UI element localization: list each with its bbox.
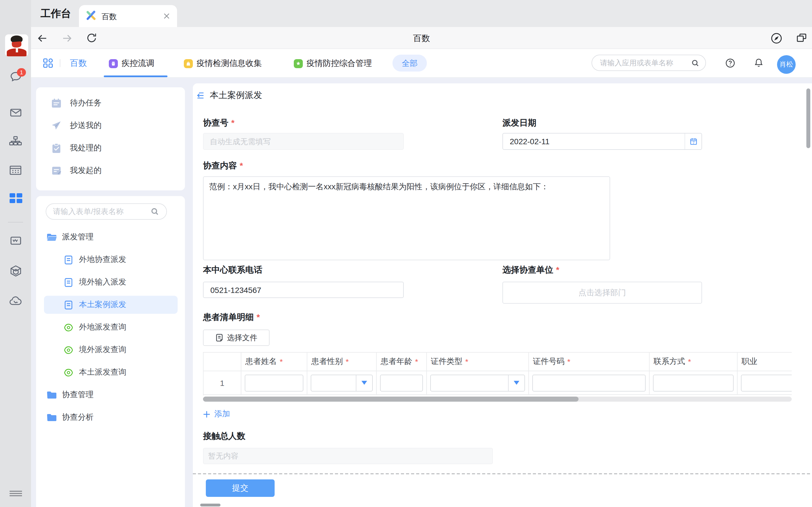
forward-icon[interactable] [61,33,73,44]
hscroll-thumb[interactable] [203,397,578,402]
field-label-unit: 选择协查单位 [502,265,559,276]
tree-item-bentu-anli[interactable]: 本土案例派发 [36,293,185,316]
tree-label: 境外输入派发 [79,277,126,287]
back-to-list-icon[interactable] [196,91,205,100]
view-icon [63,322,74,333]
tree-label: 派发管理 [62,232,94,242]
patients-table: 患者姓名* 患者性别* 患者年龄* 证件类型* 证件号码* 联系方式* 职业 1 [203,352,792,395]
org-chart-icon[interactable] [0,135,31,149]
tab-close-icon[interactable] [163,12,170,20]
compass-icon[interactable] [770,32,783,45]
folder-open-icon [46,232,57,242]
date-field[interactable]: 2022-02-11 7 [502,133,702,150]
nav-home-baishu[interactable]: 百数 [70,49,87,78]
doc-edit-icon [51,165,62,176]
tree-item-jingwai-chaxun[interactable]: 境外派发查询 [36,339,185,361]
table-row: 1 [204,371,792,395]
help-icon[interactable] [725,58,735,68]
left-rail: 1 [0,0,31,507]
xiechahao-field[interactable] [203,133,404,150]
date-value: 2022-02-11 [510,137,550,146]
nav-tab-all[interactable]: 全部 [393,55,427,71]
tree-item-waidi-xiecha[interactable]: 外地协查派发 [36,248,185,271]
mail-icon[interactable] [0,106,31,119]
view-icon [63,344,74,355]
browser-navrow: 百数 [31,27,812,49]
add-row-button[interactable]: 添加 [203,409,230,419]
age-input[interactable] [380,374,423,391]
choose-file-button[interactable]: 选择文件 [203,330,269,346]
tree-item-waidi-chaxun[interactable]: 外地派发查询 [36,316,185,339]
app-search[interactable] [592,55,706,71]
calendar-icon: 7 [689,137,697,145]
cloud-call-icon[interactable] [0,294,31,308]
sidebar-quick-card: 待办任务 抄送我的 我处理的 我发起的 [36,87,185,190]
sidebar-item-cc[interactable]: 抄送我的 [36,114,185,137]
content-textarea[interactable]: 范例：x月xx日，我中心检测一名xxx新冠病毒核酸结果为阳性，该病例位于你区，详… [203,176,610,260]
unit-select[interactable]: 点击选择部门 [502,282,702,304]
dropdown-segment[interactable] [356,375,372,391]
tree-folder-xiecha-mgmt[interactable]: 协查管理 [36,384,185,406]
xiechahao-input[interactable] [204,133,403,149]
tree-folder-xiecha-fenxi[interactable]: 协查分析 [36,406,185,429]
plus-icon [203,410,210,418]
phone-field[interactable]: 0521-1234567 [203,282,404,298]
fangkong-app-icon [294,59,303,68]
paper-plane-icon [51,120,62,131]
chat-badge: 1 [17,68,26,76]
workbench-icon[interactable] [0,191,31,205]
menu-icon[interactable] [0,487,31,500]
tree-label: 外地协查派发 [79,255,126,265]
user-badge[interactable]: 肖松 [777,55,796,74]
tree-item-jingwai-shuru[interactable]: 境外输入派发 [36,271,185,293]
nav-tab-fangkong[interactable]: 疫情防控综合管理 [294,49,372,78]
sidebar-item-handled[interactable]: 我处理的 [36,137,185,159]
page-hscroll-thumb[interactable] [200,504,220,506]
tree-label: 本土案例派发 [79,300,126,310]
total-input[interactable] [204,448,492,464]
calendar-segment[interactable]: 7 [684,133,702,149]
page-title: 百数 [31,27,812,49]
calendar-grid-icon[interactable] [0,163,31,177]
app-search-input[interactable] [600,55,684,70]
total-field[interactable] [203,448,493,464]
nav-tab-label: 疫情检测信息收集 [197,58,262,69]
idnum-input[interactable] [532,374,646,391]
dropdown-arrow-icon [361,381,367,385]
tree-item-bentu-chaxun[interactable]: 本土派发查询 [36,361,185,384]
box-icon[interactable] [0,264,31,278]
back-icon[interactable] [37,33,48,44]
user-avatar[interactable] [5,34,28,56]
form-search[interactable] [46,203,167,220]
reload-icon[interactable] [86,32,98,44]
bell-icon[interactable] [753,57,764,68]
nav-divider [60,59,60,67]
col-contact: 联系方式 [654,356,685,367]
table-hscrollbar[interactable] [203,397,792,402]
view-icon [63,367,74,378]
nav-tab-jiance[interactable]: 疫情检测信息收集 [184,49,262,78]
sex-select[interactable] [311,374,373,391]
word-doc-icon[interactable] [0,234,31,247]
app-tab[interactable]: 百数 [79,5,177,27]
tree-folder-paifa[interactable]: 派发管理 [36,226,185,248]
nav-tab-jikong[interactable]: 疾控流调 [109,49,154,78]
page-vscroll-thumb[interactable] [806,89,810,148]
idtype-select[interactable] [430,374,525,391]
contact-input[interactable] [653,374,733,391]
dropdown-segment[interactable] [508,375,524,391]
sidebar-item-initiated[interactable]: 我发起的 [36,159,185,182]
form-search-input[interactable] [53,204,143,219]
form-tree: 派发管理 外地协查派发 境外输入派发 本土案例派发 外地派发查询 境外派 [36,226,185,429]
submit-button[interactable]: 提交 [206,480,274,497]
todo-icon [51,98,62,109]
search-icon [151,207,159,216]
apps-grid-icon[interactable] [42,57,54,69]
nav-tab-label: 疫情防控综合管理 [306,58,372,69]
name-input[interactable] [245,374,303,391]
jiance-app-icon [184,59,193,68]
sidebar-item-todo[interactable]: 待办任务 [36,92,185,114]
job-input[interactable] [741,374,792,391]
chat-icon[interactable] [0,70,31,83]
new-window-icon[interactable] [796,32,808,44]
